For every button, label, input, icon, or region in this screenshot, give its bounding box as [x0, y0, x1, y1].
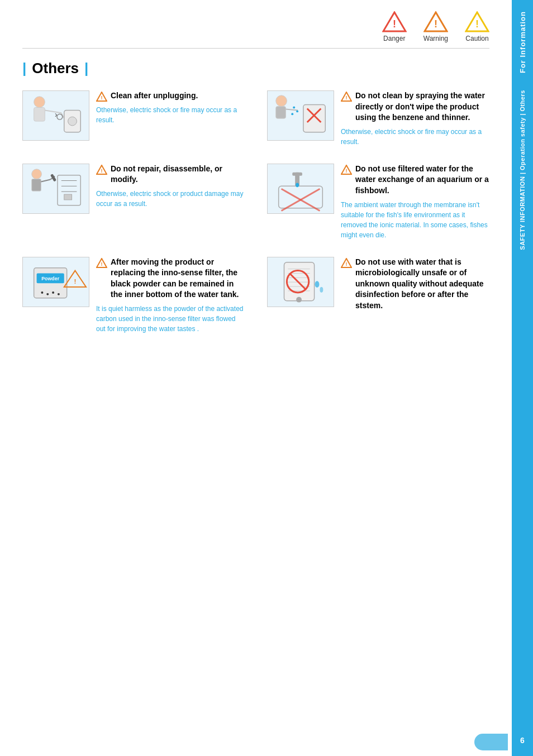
safety-item-black-powder: Powder ! ! After moving [22, 257, 245, 334]
no-filtered-title: Do not use filtered water for the water … [355, 164, 489, 197]
safety-item-no-filtered: ! Do not use filtered water for the wate… [267, 164, 489, 240]
no-filtered-image [267, 164, 334, 214]
clean-unplug-title: Clean after unplugging. [111, 90, 198, 102]
page-number: 6 [520, 736, 525, 745]
sidebar-for-info-label: For Information [518, 11, 527, 73]
danger-icon-item: ! Danger [382, 11, 407, 42]
svg-point-50 [41, 291, 43, 294]
svg-point-22 [293, 106, 295, 108]
black-powder-text: ! After moving the product or replacing … [96, 257, 245, 334]
no-repair-title-row: ! Do not repair, disassemble, or modify. [96, 164, 245, 185]
clean-unplug-illustration: › [23, 91, 89, 141]
no-spray-desc: Otherwise, electric shock or fire may oc… [341, 127, 489, 147]
svg-point-52 [52, 291, 54, 294]
no-filtered-text: ! Do not use filtered water for the wate… [341, 164, 489, 240]
svg-text:!: ! [346, 95, 348, 101]
svg-point-51 [46, 293, 49, 295]
svg-text:!: ! [475, 18, 479, 30]
no-spray-title-row: ! Do not clean by spraying the water dir… [341, 90, 489, 123]
svg-text:Powder: Powder [41, 276, 60, 282]
safety-items-grid: › ! Clean after unplugging. Otherwise, e… [22, 90, 489, 334]
caution-label: Caution [465, 35, 488, 42]
black-powder-image: Powder ! [22, 257, 89, 307]
svg-point-68 [315, 281, 320, 288]
svg-point-11 [68, 117, 77, 126]
no-unsafe-water-warning-icon: ! [341, 258, 352, 268]
no-repair-illustration [23, 164, 89, 214]
svg-rect-58 [284, 262, 315, 301]
no-unsafe-water-illustration [268, 257, 334, 307]
clean-unplug-title-row: ! Clean after unplugging. [96, 90, 245, 102]
svg-point-24 [291, 113, 293, 115]
svg-line-8 [45, 110, 61, 113]
safety-item-clean-unplug: › ! Clean after unplugging. Otherwise, e… [22, 90, 245, 147]
safety-item-no-unsafe-water: ! Do not use with water that is microbio… [267, 257, 489, 334]
svg-point-13 [57, 114, 63, 119]
safety-item-no-spray: ! Do not clean by spraying the water dir… [267, 90, 489, 147]
svg-text:!: ! [393, 18, 396, 30]
svg-text:!: ! [74, 277, 76, 285]
no-repair-text: ! Do not repair, disassemble, or modify.… [96, 164, 245, 209]
svg-point-69 [320, 287, 323, 293]
no-repair-image [22, 164, 89, 214]
svg-rect-36 [64, 194, 72, 200]
svg-rect-32 [58, 175, 80, 205]
no-unsafe-water-text: ! Do not use with water that is microbio… [341, 257, 489, 315]
sidebar: For Information SAFETY INFORMATION | Ope… [512, 0, 533, 756]
clean-unplug-warning-icon: ! [96, 92, 107, 102]
no-spray-image [267, 90, 334, 141]
svg-text:!: ! [346, 261, 348, 267]
svg-rect-31 [50, 174, 56, 181]
svg-point-6 [34, 97, 45, 108]
header-icons-row: ! Danger ! Warning ! Caution [22, 11, 489, 49]
svg-rect-41 [292, 172, 302, 175]
svg-line-29 [41, 179, 50, 181]
no-unsafe-water-title: Do not use with water that is microbiolo… [355, 257, 489, 312]
no-repair-desc: Otherwise, electric shock or product dam… [96, 189, 245, 209]
no-filtered-warning-icon: ! [341, 165, 352, 175]
no-repair-title: Do not repair, disassemble, or modify. [111, 164, 245, 185]
no-spray-warning-icon: ! [341, 92, 352, 102]
svg-rect-7 [34, 107, 45, 121]
svg-text:!: ! [101, 168, 103, 174]
warning-icons-group: ! Danger ! Warning ! Caution [382, 11, 489, 42]
svg-point-67 [296, 297, 302, 303]
svg-point-53 [58, 293, 60, 295]
no-filtered-illustration [268, 164, 334, 214]
black-powder-illustration: Powder ! [23, 257, 89, 307]
svg-rect-28 [32, 179, 41, 191]
section-title: Others [22, 60, 489, 77]
black-powder-desc: It is quiet harmless as the powder of th… [96, 304, 245, 334]
svg-point-16 [276, 95, 287, 107]
svg-point-23 [296, 110, 298, 112]
black-powder-warning-icon: ! [96, 258, 107, 268]
no-filtered-desc: The ambient water through the membrane i… [341, 200, 489, 240]
svg-text:!: ! [434, 18, 437, 30]
safety-item-no-repair: ! Do not repair, disassemble, or modify.… [22, 164, 245, 240]
svg-rect-17 [276, 106, 286, 118]
clean-unplug-text: ! Clean after unplugging. Otherwise, ele… [96, 90, 245, 125]
warning-triangle-icon: ! [423, 11, 448, 32]
no-spray-title: Do not clean by spraying the water direc… [355, 90, 489, 123]
svg-rect-39 [279, 186, 323, 208]
caution-triangle-icon: ! [465, 11, 489, 32]
svg-line-18 [285, 109, 298, 110]
black-powder-title: After moving the product or replacing th… [111, 257, 245, 300]
danger-triangle-icon: ! [382, 11, 407, 32]
svg-point-42 [296, 183, 299, 187]
no-repair-warning-icon: ! [96, 165, 107, 175]
svg-text:!: ! [101, 95, 103, 101]
no-unsafe-water-image [267, 257, 334, 307]
no-spray-text: ! Do not clean by spraying the water dir… [341, 90, 489, 147]
no-spray-illustration [268, 91, 334, 141]
bottom-decoration [474, 734, 508, 750]
svg-point-27 [32, 169, 42, 179]
clean-unplug-image: › [22, 90, 89, 141]
clean-unplug-desc: Otherwise, electric shock or fire may oc… [96, 105, 245, 125]
black-powder-title-row: ! After moving the product or replacing … [96, 257, 245, 300]
no-unsafe-water-title-row: ! Do not use with water that is microbio… [341, 257, 489, 312]
warning-icon-item: ! Warning [423, 11, 448, 42]
no-filtered-title-row: ! Do not use filtered water for the wate… [341, 164, 489, 197]
danger-label: Danger [383, 35, 405, 42]
svg-text:!: ! [346, 168, 348, 174]
